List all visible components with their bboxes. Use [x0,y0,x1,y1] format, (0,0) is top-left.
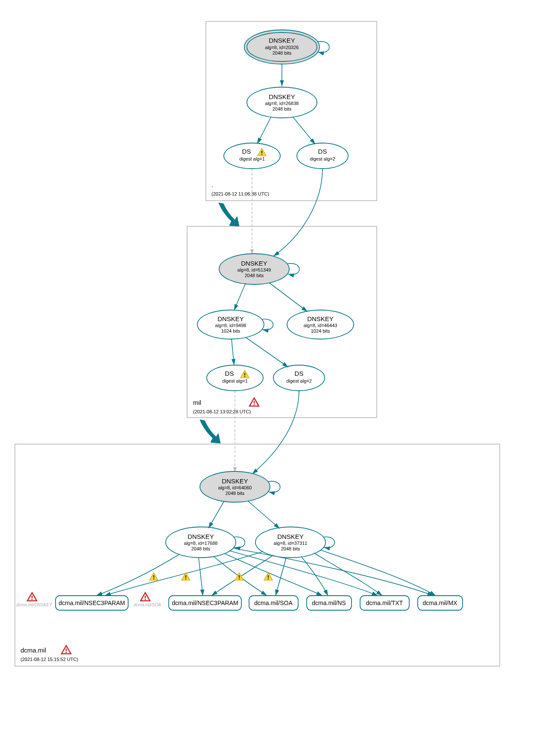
rrset-ns[interactable]: dcma.mil/NS [307,596,352,610]
svg-text:digest alg=2: digest alg=2 [286,378,312,383]
rrset-nsec3param-a[interactable]: dcma.mil/NSEC3PARAM [56,596,128,610]
svg-point-34 [273,365,325,391]
svg-text:2048 bits: 2048 bits [226,491,245,496]
edge-milksk-zsk1 [234,283,246,310]
svg-text:alg=8, id=37311: alg=8, id=37311 [274,541,308,546]
svg-text:2048 bits: 2048 bits [273,106,292,111]
svg-text:dcma.mil/TXT: dcma.mil/TXT [366,600,403,606]
error-icon [62,646,71,654]
rrset-soa[interactable]: dcma.mil/SOA [249,596,298,610]
svg-text:DNSKEY: DNSKEY [222,477,248,485]
edge-root-zsk-ds2 [293,117,315,144]
node-mil-ksk[interactable]: DNSKEY alg=8, id=51349 2048 bits [219,254,289,284]
svg-text:DS: DS [318,148,327,155]
svg-text:DNSKEY: DNSKEY [277,533,304,540]
edge-zsk1-nsec3b [199,558,203,596]
svg-point-13 [224,143,280,169]
svg-text:alg=8, id=46443: alg=8, id=46443 [304,323,337,328]
svg-text:dcma.mil/NSEC3PARAM: dcma.mil/NSEC3PARAM [172,600,238,606]
svg-text:alg=8, id=51349: alg=8, id=51349 [237,267,271,272]
svg-text:dcma.mil/NS: dcma.mil/NS [312,600,346,606]
svg-text:alg=8, id=20326: alg=8, id=20326 [265,45,299,50]
node-root-ksk[interactable]: DNSKEY alg=8, id=20326 2048 bits [244,30,320,64]
svg-text:dcma.mil/SOA: dcma.mil/SOA [134,603,161,607]
edge-milds2-dcmaksk [252,391,299,474]
node-dcma-zsk2[interactable]: DNSKEY alg=8, id=37311 2048 bits [255,527,325,558]
node-mil-zsk2[interactable]: DNSKEY alg=8, id=46443 1024 bits [287,310,354,339]
warning-icon [182,573,190,580]
svg-text:2048 bits: 2048 bits [281,546,300,551]
edge-zsk1-nsec3a [96,554,179,596]
edge-zsk2-mx [320,550,436,596]
edge-root-zsk-ds1 [257,117,271,144]
dnssec-graph: . (2021-08-12 11:06:38 UTC) DNSKEY alg=8… [9,9,560,743]
svg-point-31 [207,365,263,391]
svg-text:alg=8, id=9498: alg=8, id=9498 [215,323,246,328]
edge-milzsk1-ds2 [246,337,288,367]
edge-dcmaksk-zsk1 [208,501,224,528]
svg-text:dcma.mil/SOA: dcma.mil/SOA [254,600,293,606]
svg-text:alg=8, id=17688: alg=8, id=17688 [184,541,218,546]
svg-text:DS: DS [295,370,304,377]
rrset-mx[interactable]: dcma.mil/MX [418,596,463,610]
zone-root-time: (2021-08-12 11:06:38 UTC) [211,191,269,196]
rrset-txt[interactable]: dcma.mil/TXT [360,596,409,610]
svg-text:2048 bits: 2048 bits [273,50,292,56]
svg-text:alg=8, id=26838: alg=8, id=26838 [265,101,299,106]
node-mil-ds1[interactable]: DS digest alg=1 [207,365,263,391]
zone-mil-time: (2021-08-12 13:02:28 UTC) [193,409,251,414]
delegation-arrow-mil-dcma [200,420,220,443]
svg-text:DS: DS [242,148,251,155]
edge-zsk1-mx [234,548,434,596]
svg-text:DS: DS [225,370,234,377]
svg-text:2048 bits: 2048 bits [191,546,211,551]
zone-dcma-time: (2021-08-12 15:15:52 UTC) [21,657,78,662]
svg-text:DNSKEY: DNSKEY [241,260,267,267]
svg-text:DNSKEY: DNSKEY [269,37,295,44]
node-mil-ds2[interactable]: DS digest alg=2 [273,365,325,391]
ghost-dnskey: dcma.mil/DNSKEY [16,593,53,607]
zone-dcma-label: dcma.mil [21,646,46,654]
svg-text:DNSKEY: DNSKEY [307,315,334,322]
edge-milzsk1-ds1 [232,339,234,365]
svg-text:1024 bits: 1024 bits [221,328,240,333]
svg-point-16 [297,143,348,169]
warning-icon [150,573,158,580]
node-dcma-ksk[interactable]: DNSKEY alg=8, id=64060 2048 bits [200,471,270,502]
svg-text:1024 bits: 1024 bits [311,328,330,333]
edge-dcmaksk-zsk2 [248,501,280,529]
node-root-zsk[interactable]: DNSKEY alg=8, id=26838 2048 bits [247,87,317,118]
warning-icon [235,573,243,580]
svg-text:DNSKEY: DNSKEY [269,93,295,100]
node-root-ds1[interactable]: DS digest alg=1 [224,143,280,169]
svg-text:dcma.mil/DNSKEY: dcma.mil/DNSKEY [16,603,53,607]
node-root-ds2[interactable]: DS digest alg=2 [297,143,348,169]
rrset-nsec3param-b[interactable]: dcma.mil/NSEC3PARAM [169,596,241,610]
node-mil-zsk1[interactable]: DNSKEY alg=8, id=9498 1024 bits [197,310,264,339]
error-icon [249,398,259,406]
edge-rootds2-milksk [273,169,323,256]
node-dcma-zsk1[interactable]: DNSKEY alg=8, id=17688 2048 bits [166,527,236,558]
zone-root-label: . [211,181,213,188]
svg-text:dcma.mil/MX: dcma.mil/MX [423,600,458,606]
svg-text:digest alg=1: digest alg=1 [222,378,248,383]
svg-text:DNSKEY: DNSKEY [217,315,244,322]
svg-text:dcma.mil/NSEC3PARAM: dcma.mil/NSEC3PARAM [59,600,125,606]
edge-milksk-zsk2 [269,283,308,312]
svg-text:alg=8, id=64060: alg=8, id=64060 [218,485,252,490]
svg-text:digest alg=1: digest alg=1 [239,156,265,161]
svg-text:DNSKEY: DNSKEY [188,533,214,540]
delegation-arrow-root-mil [219,203,239,226]
edge-zsk2-nsec3b [211,555,273,596]
ghost-soa: dcma.mil/SOA [134,593,161,607]
zone-mil-label: mil [193,399,201,406]
svg-text:2048 bits: 2048 bits [245,273,264,278]
svg-text:digest alg=2: digest alg=2 [310,156,335,161]
